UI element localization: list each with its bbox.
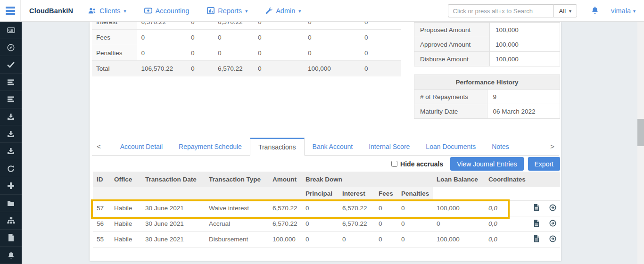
hide-accruals-checkbox[interactable] [391, 161, 397, 167]
tab-bank-account[interactable]: Bank Account [305, 138, 361, 155]
sidebar-item-list-2[interactable] [0, 91, 22, 108]
nav-admin[interactable]: Admin ▾ [265, 7, 301, 15]
sidebar-item-approvals[interactable] [0, 56, 22, 74]
cell-interest: 6,570.22 [339, 200, 375, 216]
search-filter-dropdown[interactable]: All ▾ [553, 4, 577, 17]
amount-label: Disburse Amount [414, 52, 490, 66]
hamburger-icon [6, 10, 15, 12]
nav-clients[interactable]: Clients ▾ [88, 7, 126, 15]
document-icon[interactable] [534, 220, 539, 228]
sidebar-item-documents[interactable] [0, 230, 22, 247]
nav-reports[interactable]: Reports ▾ [207, 7, 248, 15]
cell-penalties: 0 [397, 200, 433, 216]
export-button[interactable]: Export [528, 157, 560, 171]
summary-label: Total [92, 61, 137, 76]
perf-value: 9 [487, 90, 560, 104]
search-input[interactable] [448, 4, 553, 17]
sidebar-item-refresh[interactable] [0, 160, 22, 178]
amount-label: Proposed Amount [414, 23, 490, 37]
summary-cell: 0 [360, 45, 401, 61]
tab-repayment-schedule[interactable]: Repayment Schedule [171, 138, 250, 155]
chevron-down-icon: ▾ [124, 9, 126, 14]
hide-accruals-label[interactable]: Hide accruals [400, 160, 443, 168]
transactions-subheader-row: Principal Interest Fees Penalties [93, 187, 560, 200]
summary-cell: 0 [187, 22, 214, 30]
sidebar-item-list-1[interactable] [0, 74, 22, 91]
summary-row-interest: Interest 6,570.22 0 6,570.22 0 0 0 [92, 22, 401, 30]
table-row: Maturity Date 06 March 2022 [414, 104, 560, 119]
brand-logo[interactable]: CloudBankIN [29, 7, 73, 15]
summary-cell: 0 [254, 30, 304, 45]
cell-amount: 6,570.22 [269, 200, 302, 216]
table-row: Proposed Amount 100,000 [414, 23, 560, 37]
tabs-scroll-left-button[interactable]: < [92, 138, 106, 155]
summary-cell: 0 [254, 22, 304, 30]
summary-cell: 0 [187, 61, 214, 76]
main-nav: Clients ▾ Accounting Reports ▾ [88, 7, 301, 15]
sidebar-item-alerts[interactable] [0, 247, 22, 264]
tabs-scroll-right-button[interactable]: > [545, 138, 559, 155]
transaction-row-57[interactable]: 57 Habile 30 June 2021 Waive interest 6,… [93, 200, 560, 216]
nav-label: Reports [218, 7, 242, 15]
arrow-circle-right-icon[interactable] [549, 235, 556, 244]
summary-cell: 0 [360, 22, 401, 30]
cell-coordinates: 0,0 [485, 216, 518, 231]
tab-transactions[interactable]: Transactions [250, 138, 305, 156]
list-icon [7, 96, 15, 102]
sidebar-item-add[interactable] [0, 177, 22, 195]
subheader-empty [485, 187, 518, 200]
nav-label: Admin [276, 7, 295, 15]
sidebar-item-files[interactable] [0, 195, 22, 212]
chevron-down-icon: ▾ [298, 9, 301, 14]
col-header-loan-balance: Loan Balance [433, 172, 485, 187]
cell-loan-balance: 100,000 [433, 231, 485, 247]
tab-notes[interactable]: Notes [484, 138, 517, 155]
cell-principal: 0 [302, 200, 339, 216]
sidebar-item-import-3[interactable] [0, 143, 22, 160]
subheader-empty [518, 187, 560, 200]
transaction-row-55[interactable]: 55 Habile 30 June 2021 Disbursement 100,… [93, 231, 560, 247]
document-icon[interactable] [534, 235, 539, 244]
hamburger-icon [6, 7, 15, 8]
sidebar-item-sitemap[interactable] [0, 212, 22, 230]
sidebar-item-keyboard[interactable] [0, 22, 22, 39]
col-header-office: Office [110, 172, 141, 187]
view-journal-entries-button[interactable]: View Journal Entries [450, 157, 523, 171]
refresh-icon [7, 165, 15, 173]
subheader-empty [433, 187, 485, 200]
col-header-coordinates: Coordinates [485, 172, 518, 187]
summary-label: Penalties [92, 45, 137, 61]
sidebar-item-dashboard[interactable] [0, 39, 22, 57]
sidebar-item-import-2[interactable] [0, 125, 22, 143]
subcol-interest: Interest [339, 187, 375, 200]
tab-loan-documents[interactable]: Loan Documents [418, 138, 484, 155]
cell-loan-balance: 100,000 [433, 200, 485, 216]
summary-cell: 6,570.22 [214, 61, 254, 76]
transaction-row-56[interactable]: 56 Habile 30 June 2021 Accrual 6,570.22 … [93, 216, 560, 231]
sitemap-icon [7, 217, 15, 224]
tab-account-detail[interactable]: Account Detail [112, 138, 171, 155]
tab-internal-score[interactable]: Internal Score [361, 138, 418, 155]
arrow-circle-right-icon[interactable] [549, 220, 556, 228]
subheader-empty [93, 187, 110, 200]
global-search: All ▾ [448, 4, 577, 17]
document-icon[interactable] [534, 204, 539, 213]
chevron-down-icon: ▾ [245, 9, 248, 14]
loan-summary-table: Interest 6,570.22 0 6,570.22 0 0 0 Fees … [92, 22, 401, 76]
vertical-scrollbar[interactable] [637, 22, 644, 264]
transactions-header-row: ID Office Transaction Date Transaction T… [93, 172, 560, 187]
nav-accounting[interactable]: Accounting [144, 7, 190, 15]
sidebar [0, 22, 22, 264]
notifications-button[interactable] [591, 6, 599, 16]
cell-office: Habile [110, 231, 141, 247]
scrollbar-thumb[interactable] [637, 119, 644, 146]
transactions-table: ID Office Transaction Date Transaction T… [93, 172, 560, 248]
sidebar-item-import-1[interactable] [0, 108, 22, 126]
menu-toggle-button[interactable] [0, 0, 21, 22]
arrow-circle-right-icon[interactable] [549, 204, 556, 213]
bell-icon [591, 6, 599, 16]
list-icon [7, 79, 15, 85]
table-row: Approved Amount 100,000 [414, 37, 560, 52]
user-menu[interactable]: vimala ▾ [611, 7, 636, 15]
cell-id: 57 [93, 200, 110, 216]
